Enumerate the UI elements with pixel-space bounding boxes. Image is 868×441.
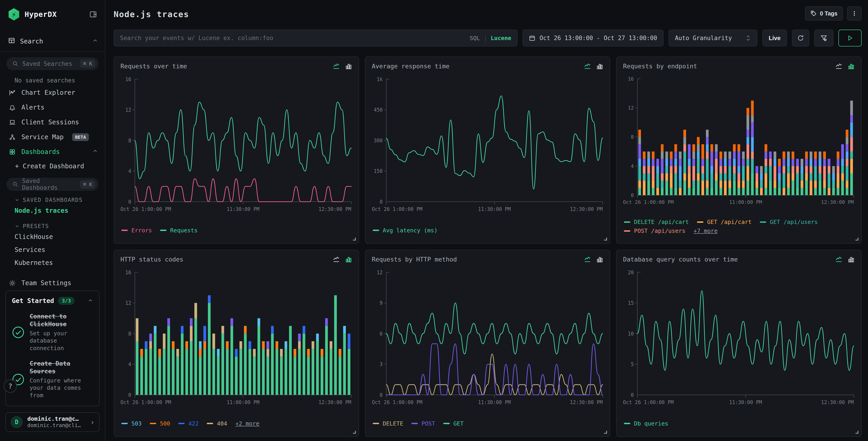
legend-item[interactable]: POST /api/users [624, 228, 685, 234]
chart-title: HTTP status codes [120, 256, 183, 263]
line-chart-icon[interactable] [584, 256, 591, 263]
legend-item[interactable]: DELETE [373, 420, 403, 427]
bar-chart-icon[interactable] [847, 62, 855, 70]
legend-item[interactable]: Errors [121, 227, 152, 234]
bar-chart-icon[interactable] [596, 256, 603, 263]
event-search-input[interactable]: Search your events w/ Lucene ex. column:… [114, 30, 518, 47]
avatar: D [10, 416, 23, 428]
legend-item[interactable]: Db queries [624, 420, 668, 427]
resize-handle[interactable] [604, 238, 607, 240]
get-started-item[interactable]: Connect to ClickHouse Set up your databa… [12, 313, 93, 352]
sidebar-item-team-settings[interactable]: Team Settings [0, 276, 105, 290]
sidebar-item-service-map[interactable]: Service Map BETA [0, 129, 105, 144]
resize-handle[interactable] [856, 431, 859, 434]
sidebar-item-nodejs-traces[interactable]: Node.js traces [0, 204, 105, 217]
tags-button-label: 0 Tags [820, 10, 837, 17]
legend-item[interactable]: POST [411, 420, 435, 427]
granularity-value: Auto Granularity [675, 35, 732, 41]
chevron-up-down-icon [745, 35, 751, 41]
saved-searches-input[interactable]: Saved Searches ⌘ K [6, 57, 99, 70]
line-chart-icon[interactable] [333, 62, 340, 70]
sidebar-item-kubernetes[interactable]: Kubernetes [0, 256, 105, 269]
brand-name: HyperDX [25, 10, 57, 19]
legend-label: DELETE [383, 420, 403, 427]
saved-dashboards-input[interactable]: Saved Dashboards ⌘ K [6, 178, 99, 191]
legend-label: GET [453, 420, 464, 427]
calendar-icon [529, 35, 535, 41]
line-chart-icon[interactable] [835, 62, 842, 70]
sidebar-item-client-sessions[interactable]: Client Sessions [0, 115, 105, 129]
sidebar-item-alerts[interactable]: Alerts [0, 100, 105, 115]
granularity-select[interactable]: Auto Granularity [669, 30, 757, 47]
svg-text:9: 9 [379, 300, 382, 306]
legend-item[interactable]: GET [443, 420, 464, 427]
legend-item[interactable]: 500 [150, 420, 170, 427]
sidebar-item-dashboards[interactable]: Dashboards [0, 144, 105, 159]
help-button[interactable]: ? [4, 380, 17, 393]
get-started-header[interactable]: Get Started 3/3 [12, 297, 93, 305]
legend-swatch [150, 423, 156, 424]
get-started-item[interactable]: Create Data Sources Configure where your… [12, 360, 93, 399]
chevron-up-icon[interactable] [92, 148, 98, 155]
chevron-up-icon[interactable] [92, 37, 98, 45]
resize-handle[interactable] [353, 238, 356, 240]
legend-more-link[interactable]: +2 more [236, 420, 259, 427]
live-button[interactable]: Live [762, 30, 787, 47]
sidebar-item-services[interactable]: Services [0, 243, 105, 256]
refresh-button[interactable] [792, 30, 809, 47]
legend-item[interactable]: 422 [178, 420, 198, 427]
create-dashboard-button[interactable]: + Create Dashboard [0, 159, 105, 172]
legend-item[interactable]: Requests [160, 227, 197, 234]
chevron-up-icon[interactable] [88, 298, 93, 304]
saved-dashboards-section-header[interactable]: SAVED DASHBOARDS [0, 191, 105, 204]
resize-handle[interactable] [604, 431, 607, 434]
chart-legend: Db queries [623, 419, 855, 433]
svg-text:11:30:00 PM: 11:30:00 PM [729, 399, 762, 406]
gear-icon [9, 280, 16, 287]
sidebar-item-search[interactable]: Search [0, 35, 105, 48]
legend-swatch [624, 230, 630, 232]
resize-handle[interactable] [856, 238, 859, 240]
line-chart-icon[interactable] [333, 256, 340, 263]
presets-section-header[interactable]: PRESETS [0, 217, 105, 230]
tag-icon [810, 10, 817, 17]
date-range-picker[interactable]: Oct 26 13:00:00 - Oct 27 13:00:00 [523, 30, 663, 47]
sidebar-item-chart-explorer[interactable]: Chart Explorer [0, 85, 105, 100]
sidebar-item-clickhouse[interactable]: ClickHouse [0, 230, 105, 243]
legend-swatch [697, 222, 703, 223]
svg-text:8: 8 [631, 134, 634, 140]
legend-more-link[interactable]: +7 more [693, 228, 717, 234]
bell-icon [9, 104, 16, 111]
legend-item[interactable]: 404 [207, 420, 227, 427]
filter-button[interactable] [814, 30, 833, 47]
run-query-button[interactable] [838, 30, 862, 47]
legend-item[interactable]: DELETE /api/cart [624, 219, 689, 225]
chart-plot: 0481216Oct 26 1:00:00 PM11:00:00 PM12:30… [120, 265, 352, 419]
svg-text:11:00:00 PM: 11:00:00 PM [227, 399, 259, 406]
lucene-toggle[interactable]: Lucene [491, 35, 511, 41]
dashboards-label: Dashboards [22, 148, 60, 155]
sql-toggle[interactable]: SQL [470, 35, 480, 41]
line-chart-icon[interactable] [835, 256, 842, 263]
bar-chart-icon[interactable] [847, 256, 855, 263]
get-started-item-title: Connect to ClickHouse [30, 313, 93, 328]
legend-item[interactable]: 503 [121, 420, 142, 427]
svg-text:12: 12 [125, 300, 131, 306]
legend-item[interactable]: GET /api/users [760, 219, 818, 225]
bar-chart-icon[interactable] [596, 62, 603, 70]
tags-button[interactable]: 0 Tags [805, 6, 843, 21]
user-menu[interactable]: D dominic.tran@c… dominic.tran@cli… › [5, 412, 99, 432]
legend-item[interactable]: GET /api/cart [697, 219, 752, 225]
collapse-sidebar-icon[interactable] [88, 9, 98, 19]
svg-text:450: 450 [374, 107, 382, 113]
toggle-divider: | [484, 35, 487, 41]
bar-chart-icon[interactable] [345, 256, 352, 263]
resize-handle[interactable] [353, 431, 356, 434]
svg-text:Oct 26 1:00:00 PM: Oct 26 1:00:00 PM [372, 399, 423, 406]
legend-item[interactable]: Avg latency (ms) [373, 227, 438, 234]
chart-legend: DELETEPOSTGET [372, 419, 603, 433]
query-language-toggle: SQL | Lucene [470, 35, 512, 41]
bar-chart-icon[interactable] [345, 62, 352, 70]
dashboard-menu-button[interactable] [847, 6, 862, 21]
line-chart-icon[interactable] [584, 62, 591, 70]
